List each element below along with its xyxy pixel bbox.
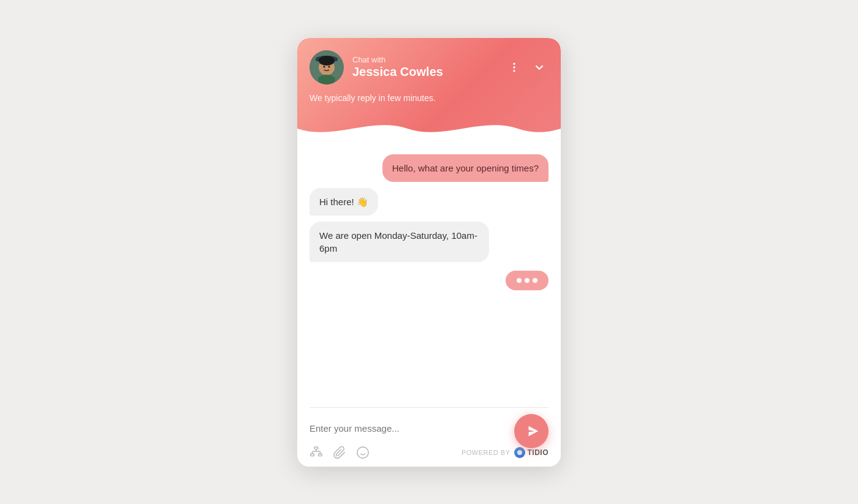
typing-dot-3 [533, 278, 537, 283]
chat-with-label: Chat with [352, 55, 497, 64]
svg-point-4 [324, 66, 325, 67]
agent-avatar [309, 50, 344, 85]
message-row-outgoing-1: Hello, what are your opening times? [309, 154, 549, 182]
emoji-icon[interactable] [356, 446, 370, 459]
reply-time-text: We typically reply in few minutes. [309, 93, 549, 103]
svg-point-6 [318, 75, 335, 85]
typing-indicator [309, 271, 549, 290]
svg-point-21 [517, 450, 522, 455]
svg-point-5 [328, 66, 330, 67]
svg-point-9 [513, 70, 515, 72]
message-row-incoming-1: Hi there! 👋 [309, 188, 549, 216]
message-input[interactable] [309, 416, 549, 441]
typing-dot-2 [525, 278, 530, 283]
svg-rect-11 [311, 453, 314, 456]
powered-by: POWERED BY TIDIO [461, 447, 549, 458]
svg-point-8 [513, 66, 515, 68]
chat-widget: Chat with Jessica Cowles We typically re… [297, 38, 561, 467]
attachment-icon[interactable] [333, 446, 346, 459]
tidio-brand-text: TIDIO [528, 448, 549, 457]
tidio-logo-icon [514, 447, 525, 458]
send-button[interactable] [514, 414, 549, 448]
svg-marker-22 [529, 426, 539, 436]
message-bubble: Hello, what are your opening times? [382, 154, 549, 182]
wave-separator [297, 116, 561, 141]
input-icons [309, 446, 370, 459]
tidio-logo: TIDIO [514, 447, 549, 458]
input-toolbar: POWERED BY TIDIO [309, 441, 549, 462]
typing-bubble [506, 271, 549, 290]
agent-name: Jessica Cowles [352, 64, 497, 79]
messages-area: Hello, what are your opening times? Hi t… [297, 140, 561, 407]
header-actions [506, 58, 549, 77]
message-bubble: Hi there! 👋 [309, 188, 378, 216]
svg-point-3 [319, 56, 335, 66]
more-options-button[interactable] [506, 59, 523, 76]
collapse-button[interactable] [530, 58, 549, 77]
svg-rect-10 [314, 446, 318, 449]
typing-dot-1 [517, 278, 522, 283]
svg-rect-12 [319, 453, 322, 456]
message-row-incoming-2: We are open Monday-Saturday, 10am-6pm [309, 222, 549, 262]
message-bubble: We are open Monday-Saturday, 10am-6pm [309, 222, 489, 262]
svg-point-18 [357, 446, 368, 457]
svg-point-7 [513, 62, 515, 64]
header-title: Chat with Jessica Cowles [352, 55, 497, 79]
org-chart-icon[interactable] [309, 446, 323, 459]
chat-header: Chat with Jessica Cowles We typically re… [297, 38, 561, 140]
